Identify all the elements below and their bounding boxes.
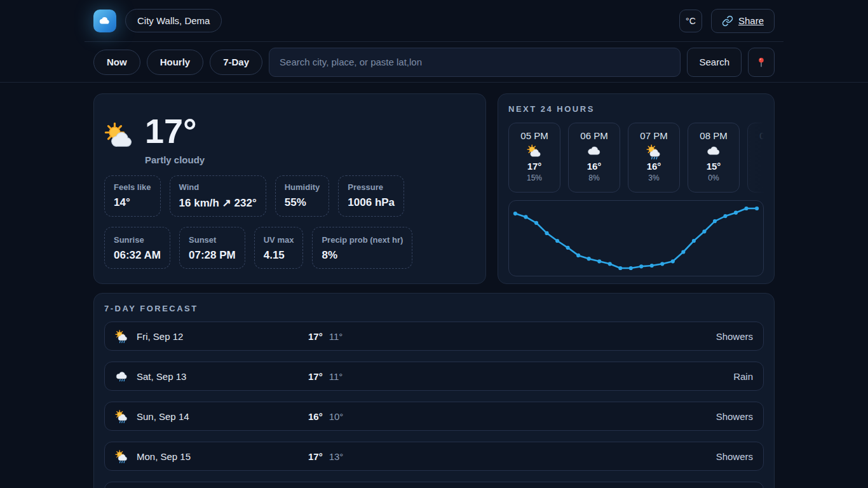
stat-value: 16 km/h ↗ 232° — [179, 196, 257, 210]
nav-bar: NowHourly7-Day Search — [0, 42, 868, 83]
hour-weather-icon — [587, 144, 602, 159]
stat-label: UV max — [264, 235, 294, 245]
hour-precip-probability: 3% — [628, 173, 679, 182]
hourly-scroll-row[interactable]: 05 PM 17° 15% 06 PM 16° 8% 07 PM 16° 3% — [508, 123, 764, 193]
nav-tab[interactable]: 7-Day — [210, 50, 262, 75]
stat-value: 4.15 — [264, 249, 294, 262]
stat-box: Sunset 07:28 PM — [179, 227, 245, 269]
hour-precip-probability: 15% — [509, 173, 560, 182]
search-input[interactable] — [269, 48, 681, 77]
app-logo[interactable] — [93, 10, 116, 32]
stat-box: Precip prob (next hr) 8% — [312, 227, 412, 269]
hour-time: 09 PM — [748, 130, 764, 141]
stat-label: Sunrise — [114, 235, 161, 245]
day-condition: Rain — [342, 371, 753, 382]
stat-value: 06:32 AM — [114, 249, 161, 262]
share-label: Share — [738, 15, 764, 26]
day-weather-icon — [115, 450, 128, 463]
hourly-card: 09 PM 14° 0% — [747, 123, 764, 193]
day-high-temp: 16° — [308, 411, 323, 422]
stat-label: Sunset — [189, 235, 236, 245]
hour-time: 06 PM — [569, 130, 620, 141]
day-condition: Showers — [343, 451, 753, 462]
day-low-temp: 10° — [329, 411, 344, 422]
hour-temp: 14° — [748, 161, 764, 172]
location-chip[interactable]: City Walls, Dema — [125, 9, 222, 32]
day-low-temp: 13° — [329, 451, 344, 462]
unit-toggle-button[interactable]: °C — [679, 10, 702, 32]
next-24-hours-title: NEXT 24 HOURS — [508, 104, 764, 114]
day-weather-icon — [115, 330, 128, 343]
app-header: City Walls, Dema °C Share — [0, 0, 868, 42]
stat-value: 1006 hPa — [348, 196, 395, 209]
current-stats-row-2: Sunrise 06:32 AM Sunset 07:28 PM UV max … — [104, 227, 475, 269]
stat-box: UV max 4.15 — [254, 227, 304, 269]
link-icon — [722, 15, 733, 27]
stat-label: Humidity — [285, 182, 320, 192]
current-stats-row-1: Feels like 14° Wind 16 km/h ↗ 232° Humid… — [104, 175, 475, 217]
nav-tab[interactable]: Hourly — [147, 50, 204, 75]
hour-weather-icon — [646, 144, 661, 159]
hour-weather-icon — [706, 144, 721, 159]
day-high-temp: 17° — [308, 371, 323, 382]
forecast-day-row: Sun, Sep 14 16° 10° Showers — [104, 402, 764, 431]
stat-box: Wind 16 km/h ↗ 232° — [170, 175, 266, 217]
stat-label: Wind — [179, 182, 257, 192]
temperature-sparkline-chart — [508, 200, 764, 276]
current-weather-icon — [104, 122, 135, 152]
day-low-temp: 11° — [329, 371, 343, 382]
main-content: 17° Partly cloudy Feels like 14° Wind 16… — [85, 93, 783, 488]
forecast-day-row: Fri, Sep 12 17° 11° Showers — [104, 322, 764, 351]
stat-value: 55% — [285, 196, 320, 209]
hour-precip-probability: 0% — [688, 173, 739, 182]
hourly-card: 06 PM 16° 8% — [568, 123, 620, 193]
day-condition: Showers — [343, 411, 753, 422]
hour-precip-probability: 8% — [569, 173, 620, 182]
day-weather-icon — [115, 370, 128, 383]
forecast-day-row-clipped — [104, 482, 764, 488]
hour-precip-probability: 0% — [748, 173, 764, 182]
stat-label: Precip prob (next hr) — [322, 235, 403, 245]
hourly-card: 07 PM 16° 3% — [628, 123, 680, 193]
current-conditions-card: 17° Partly cloudy Feels like 14° Wind 16… — [93, 93, 486, 284]
forecast-day-row: Sat, Sep 13 17° 11° Rain — [104, 362, 764, 391]
stat-box: Humidity 55% — [275, 175, 330, 217]
stat-box: Pressure 1006 hPa — [338, 175, 404, 217]
day-high-temp: 17° — [308, 451, 323, 462]
day-label: Sun, Sep 14 — [137, 411, 189, 422]
stat-value: 8% — [322, 249, 403, 262]
hour-temp: 17° — [509, 161, 560, 172]
hour-weather-icon — [527, 144, 542, 159]
stat-value: 07:28 PM — [189, 249, 236, 262]
nav-tab[interactable]: Now — [93, 50, 140, 75]
forecast-day-row: Mon, Sep 15 17° 13° Showers — [104, 442, 764, 471]
stat-box: Feels like 14° — [104, 175, 161, 217]
day-weather-icon — [115, 410, 128, 423]
stat-box: Sunrise 06:32 AM — [104, 227, 170, 269]
seven-day-forecast-card: 7-DAY FORECAST Fri, Sep 12 17° 11° Showe… — [93, 293, 775, 488]
hourly-card: 05 PM 17° 15% — [508, 123, 560, 193]
location-label: City Walls, Dema — [137, 15, 210, 26]
hourly-card: 08 PM 15° 0% — [688, 123, 740, 193]
day-label: Mon, Sep 15 — [137, 451, 191, 462]
next-24-hours-card: NEXT 24 HOURS 05 PM 17° 15% 06 PM 16° 8%… — [498, 93, 775, 284]
day-label: Sat, Sep 13 — [137, 371, 186, 382]
search-button[interactable]: Search — [687, 48, 742, 77]
hour-time: 05 PM — [509, 130, 560, 141]
day-low-temp: 11° — [329, 331, 343, 342]
hour-time: 07 PM — [628, 130, 679, 141]
stat-label: Feels like — [114, 182, 151, 192]
day-label: Fri, Sep 12 — [137, 331, 183, 342]
hour-time: 08 PM — [688, 130, 739, 141]
current-temperature: 17° — [145, 113, 205, 149]
current-condition: Partly cloudy — [145, 154, 205, 165]
stat-value: 14° — [114, 196, 151, 209]
pushpin-icon — [756, 57, 767, 68]
hour-temp: 16° — [628, 161, 679, 172]
logo-cloud-icon — [98, 15, 111, 27]
hour-temp: 16° — [569, 161, 620, 172]
day-condition: Showers — [342, 331, 753, 342]
locate-button[interactable] — [748, 48, 775, 77]
share-button[interactable]: Share — [711, 9, 775, 33]
stat-label: Pressure — [348, 182, 395, 192]
